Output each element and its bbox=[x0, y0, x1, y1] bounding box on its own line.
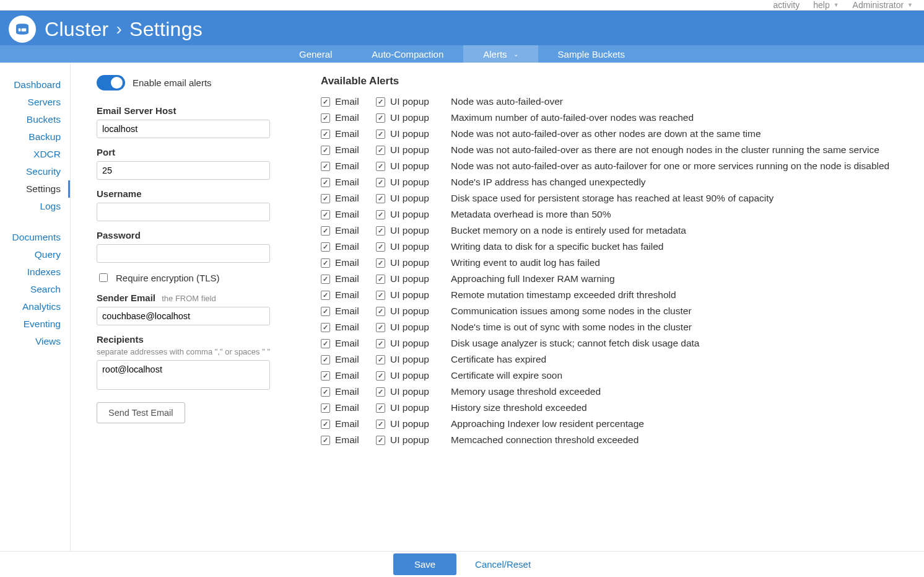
alert-email-checkbox[interactable] bbox=[321, 403, 330, 413]
sidebar-item-views[interactable]: Views bbox=[2, 333, 70, 350]
alert-email-checkbox[interactable] bbox=[321, 97, 330, 107]
alert-email-checkbox[interactable] bbox=[321, 258, 330, 268]
alert-email-checkbox[interactable] bbox=[321, 162, 330, 171]
tab-general[interactable]: General bbox=[279, 45, 352, 63]
alert-popup-checkbox[interactable] bbox=[376, 226, 385, 236]
sidebar-item-eventing[interactable]: Eventing bbox=[2, 315, 70, 333]
alert-email-checkbox[interactable] bbox=[321, 194, 330, 203]
sidebar-item-servers[interactable]: Servers bbox=[2, 94, 70, 111]
alert-popup-checkbox[interactable] bbox=[376, 258, 385, 268]
alert-email-checkbox[interactable] bbox=[321, 355, 330, 364]
tab-compaction[interactable]: Auto-Compaction bbox=[352, 45, 463, 63]
host-label: Email Server Host bbox=[97, 105, 307, 116]
tab-samples[interactable]: Sample Buckets bbox=[538, 45, 645, 63]
alert-email-checkbox[interactable] bbox=[321, 242, 330, 252]
sender-label-text: Sender Email bbox=[97, 293, 155, 303]
topbar-activity[interactable]: activity bbox=[773, 0, 800, 10]
sidebar-item-backup[interactable]: Backup bbox=[2, 128, 70, 146]
sidebar-item-logs[interactable]: Logs bbox=[2, 198, 70, 215]
alert-email-checkbox[interactable] bbox=[321, 420, 330, 429]
alert-email-checkbox[interactable] bbox=[321, 387, 330, 397]
tls-checkbox[interactable] bbox=[99, 273, 108, 282]
alert-row: EmailUI popupNode's time is out of sync … bbox=[321, 319, 912, 335]
logo-icon bbox=[9, 15, 36, 43]
alert-email-checkbox[interactable] bbox=[321, 146, 330, 155]
activity-label: activity bbox=[773, 0, 800, 10]
footer: Save Cancel/Reset bbox=[0, 551, 924, 577]
alert-popup-checkbox[interactable] bbox=[376, 420, 385, 429]
password-input[interactable] bbox=[97, 244, 270, 263]
port-input[interactable] bbox=[97, 161, 270, 180]
alert-popup-checkbox[interactable] bbox=[376, 307, 385, 316]
sidebar-item-search[interactable]: Search bbox=[2, 281, 70, 298]
tab-alerts[interactable]: Alerts⌄ bbox=[463, 45, 538, 63]
alert-description: Bucket memory on a node is entirely used… bbox=[451, 225, 686, 236]
alert-email-checkbox[interactable] bbox=[321, 113, 330, 123]
alert-popup-checkbox[interactable] bbox=[376, 242, 385, 252]
alert-popup-checkbox[interactable] bbox=[376, 291, 385, 300]
alert-popup-checkbox[interactable] bbox=[376, 275, 385, 284]
sidebar-item-security[interactable]: Security bbox=[2, 163, 70, 180]
alert-popup-checkbox[interactable] bbox=[376, 371, 385, 381]
alert-popup-checkbox[interactable] bbox=[376, 387, 385, 397]
alert-popup-label: UI popup bbox=[390, 273, 440, 284]
alert-email-checkbox[interactable] bbox=[321, 291, 330, 300]
chevron-down-icon: ⌄ bbox=[513, 51, 518, 58]
alert-popup-checkbox[interactable] bbox=[376, 403, 385, 413]
alert-row: EmailUI popupNode was auto-failed-over bbox=[321, 94, 912, 110]
alert-email-checkbox[interactable] bbox=[321, 130, 330, 139]
enable-alerts-toggle[interactable] bbox=[97, 75, 125, 90]
alert-row: EmailUI popupDisk space used for persist… bbox=[321, 190, 912, 206]
alert-popup-checkbox[interactable] bbox=[376, 146, 385, 155]
alert-email-label: Email bbox=[335, 434, 371, 446]
alert-email-label: Email bbox=[335, 177, 371, 188]
topbar-help[interactable]: help▼ bbox=[813, 0, 839, 10]
sidebar-item-dashboard[interactable]: Dashboard bbox=[2, 76, 70, 94]
alert-email-checkbox[interactable] bbox=[321, 307, 330, 316]
sidebar-item-analytics[interactable]: Analytics bbox=[2, 298, 70, 315]
alert-description: Writing data to disk for a specific buck… bbox=[451, 241, 663, 252]
alert-description: Disk space used for persistent storage h… bbox=[451, 193, 774, 204]
topbar-user[interactable]: Administrator▼ bbox=[853, 0, 913, 10]
alert-popup-checkbox[interactable] bbox=[376, 130, 385, 139]
sidebar-item-indexes[interactable]: Indexes bbox=[2, 263, 70, 281]
alert-popup-checkbox[interactable] bbox=[376, 162, 385, 171]
alert-email-checkbox[interactable] bbox=[321, 178, 330, 187]
alert-email-checkbox[interactable] bbox=[321, 339, 330, 348]
recipients-input[interactable] bbox=[97, 360, 270, 390]
alert-row: EmailUI popupCertificate will expire soo… bbox=[321, 368, 912, 384]
alert-email-checkbox[interactable] bbox=[321, 210, 330, 219]
username-input[interactable] bbox=[97, 203, 270, 221]
sender-input[interactable] bbox=[97, 307, 270, 325]
alert-popup-checkbox[interactable] bbox=[376, 113, 385, 123]
sidebar-item-settings[interactable]: Settings bbox=[2, 180, 70, 198]
sidebar-item-query[interactable]: Query bbox=[2, 246, 70, 263]
alert-popup-checkbox[interactable] bbox=[376, 178, 385, 187]
alert-email-label: Email bbox=[335, 257, 371, 268]
breadcrumb-page: Settings bbox=[129, 18, 203, 41]
alert-popup-checkbox[interactable] bbox=[376, 355, 385, 364]
host-input[interactable] bbox=[97, 120, 270, 138]
alert-popup-checkbox[interactable] bbox=[376, 339, 385, 348]
sidebar-item-documents[interactable]: Documents bbox=[2, 229, 70, 246]
breadcrumb-cluster[interactable]: Cluster bbox=[45, 18, 108, 41]
tls-row[interactable]: Require encryption (TLS) bbox=[97, 271, 307, 284]
alert-row: EmailUI popupWriting data to disk for a … bbox=[321, 239, 912, 255]
sidebar-item-buckets[interactable]: Buckets bbox=[2, 111, 70, 128]
cancel-link[interactable]: Cancel/Reset bbox=[475, 559, 531, 570]
alert-email-checkbox[interactable] bbox=[321, 436, 330, 445]
alert-popup-checkbox[interactable] bbox=[376, 323, 385, 332]
alert-email-checkbox[interactable] bbox=[321, 275, 330, 284]
alert-email-checkbox[interactable] bbox=[321, 323, 330, 332]
alert-email-checkbox[interactable] bbox=[321, 226, 330, 236]
alert-popup-label: UI popup bbox=[390, 241, 440, 252]
save-button[interactable]: Save bbox=[393, 553, 456, 575]
alert-email-checkbox[interactable] bbox=[321, 371, 330, 381]
alert-popup-checkbox[interactable] bbox=[376, 436, 385, 445]
alert-popup-checkbox[interactable] bbox=[376, 210, 385, 219]
alert-popup-checkbox[interactable] bbox=[376, 194, 385, 203]
alert-email-label: Email bbox=[335, 289, 371, 301]
alert-popup-checkbox[interactable] bbox=[376, 97, 385, 107]
sidebar-item-xdcr[interactable]: XDCR bbox=[2, 146, 70, 163]
send-test-button[interactable]: Send Test Email bbox=[97, 402, 185, 423]
